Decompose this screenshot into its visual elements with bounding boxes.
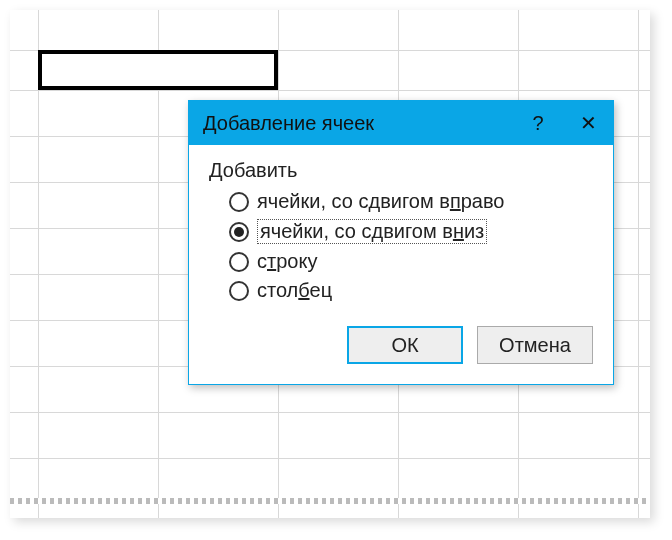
spreadsheet-frame: Добавление ячеек ? ✕ Добавить ячейки, со…: [10, 10, 650, 518]
radio-label: строку: [257, 250, 317, 273]
selected-cell-range[interactable]: [38, 50, 278, 90]
radio-label: столбец: [257, 279, 332, 302]
dialog-body: Добавить ячейки, со сдвигом вправо ячейк…: [189, 145, 613, 384]
sheet-bottom-edge: [10, 498, 650, 504]
insert-cells-dialog: Добавление ячеек ? ✕ Добавить ячейки, со…: [188, 100, 614, 385]
radio-icon: [229, 252, 249, 272]
group-label-insert: Добавить: [209, 159, 593, 182]
dialog-buttons: ОК Отмена: [209, 326, 593, 364]
radio-column-option[interactable]: столбец: [229, 279, 593, 302]
radio-shift-down[interactable]: ячейки, со сдвигом вниз: [229, 219, 593, 244]
radio-label: ячейки, со сдвигом вниз: [257, 219, 487, 244]
dialog-title: Добавление ячеек: [203, 112, 513, 135]
radio-shift-right[interactable]: ячейки, со сдвигом вправо: [229, 190, 593, 213]
help-button[interactable]: ?: [513, 101, 563, 145]
radio-row-option[interactable]: строку: [229, 250, 593, 273]
cancel-button[interactable]: Отмена: [477, 326, 593, 364]
radio-icon: [229, 222, 249, 242]
ok-button[interactable]: ОК: [347, 326, 463, 364]
radio-label: ячейки, со сдвигом вправо: [257, 190, 505, 213]
close-button[interactable]: ✕: [563, 101, 613, 145]
dialog-titlebar[interactable]: Добавление ячеек ? ✕: [189, 101, 613, 145]
radio-icon: [229, 192, 249, 212]
radio-icon: [229, 281, 249, 301]
